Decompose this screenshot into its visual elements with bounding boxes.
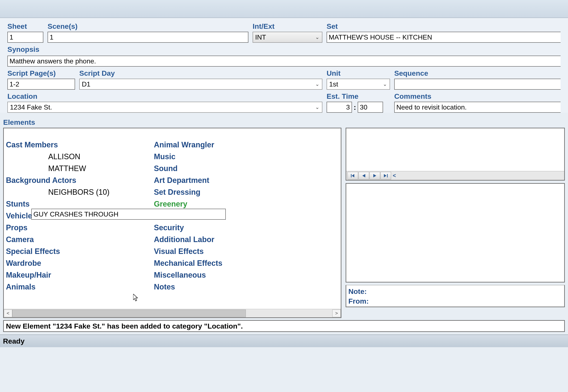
chevron-down-icon: ⌄ [315,34,319,40]
status-message: New Element "1234 Fake St." has been add… [3,320,565,332]
category-header[interactable]: Additional Labor [154,234,304,245]
script-pages-input[interactable] [7,79,75,90]
category-header[interactable]: Security [154,222,304,234]
est-time-label: Est. Time [327,92,390,100]
set-input[interactable] [327,32,561,43]
category-header[interactable]: Special Effects [6,245,152,257]
comments-input[interactable] [394,102,561,113]
category-header[interactable]: Stunts [6,198,152,210]
scroll-track[interactable] [12,309,332,317]
elements-panel: Cast MembersALLISONMATTHEWBackground Act… [3,128,341,318]
svg-marker-2 [362,174,365,177]
media-extra-label: < [393,172,396,179]
media-preview-panel: < [346,128,565,181]
location-value: 1234 Fake St. [10,103,52,111]
scenes-input[interactable] [48,32,248,43]
elements-label: Elements [0,117,568,128]
category-column-2: Animal WranglerMusicSoundArt DepartmentS… [152,139,304,309]
play-forward-icon[interactable] [370,172,380,180]
chevron-down-icon: ⌄ [383,81,387,87]
category-column-1: Cast MembersALLISONMATTHEWBackground Act… [4,139,152,309]
location-label: Location [7,92,322,100]
category-header[interactable]: Cast Members [6,139,152,151]
category-header[interactable]: Props [6,222,152,234]
element-item[interactable]: MATTHEW [6,163,152,174]
media-control-bar: < [346,171,564,180]
category-header[interactable]: Wardrobe [6,257,152,269]
category-header[interactable]: Art Department [154,174,304,186]
category-header[interactable]: Music [154,151,304,163]
synopsis-label: Synopsis [7,45,561,54]
intext-label: Int/Ext [253,22,322,30]
element-edit-input[interactable] [31,209,226,220]
sequence-label: Sequence [394,69,561,77]
svg-marker-4 [384,174,387,177]
svg-rect-5 [387,174,388,177]
script-day-label: Script Day [79,69,322,77]
elements-hscrollbar[interactable]: < > [4,309,341,317]
sheet-input[interactable] [7,32,43,43]
sequence-input[interactable] [394,79,561,90]
comments-label: Comments [394,92,561,100]
unit-value: 1st [329,80,338,88]
note-panel: Note: From: [346,285,565,307]
sheet-label: Sheet [7,22,43,30]
set-label: Set [327,22,561,30]
category-header[interactable]: Set Dressing [154,186,304,198]
category-header[interactable]: Visual Effects [154,245,304,257]
status-bar: Ready [0,335,568,347]
element-item[interactable]: NEIGHBORS (10) [6,186,152,198]
chevron-down-icon: ⌄ [315,81,319,87]
location-select[interactable]: 1234 Fake St. ⌄ [7,102,322,113]
scroll-left-icon[interactable]: < [4,309,12,317]
synopsis-input[interactable] [7,56,561,67]
category-header[interactable]: Sound [154,163,304,174]
script-pages-label: Script Page(s) [7,69,75,77]
category-header[interactable]: Makeup/Hair [6,269,152,281]
svg-rect-0 [351,174,352,177]
script-day-select[interactable]: D1 ⌄ [79,79,322,90]
category-header[interactable]: Greenery [154,198,304,210]
category-header[interactable]: Camera [6,234,152,245]
est-time-mins[interactable] [358,102,383,113]
svg-marker-1 [352,174,354,177]
unit-label: Unit [327,69,390,77]
skip-back-icon[interactable] [347,172,358,180]
category-header[interactable]: Animals [6,281,152,293]
category-header[interactable]: Miscellaneous [154,269,304,281]
category-header[interactable]: Background Actors [6,174,152,186]
script-day-value: D1 [82,80,90,88]
breakdown-form: Sheet Scene(s) Int/Ext INT ⌄ Set Synopsi… [0,18,568,113]
toolbar-strip [0,0,568,18]
scroll-thumb[interactable] [12,309,246,317]
detail-panel [346,183,565,282]
category-header[interactable]: Mechanical Effects [154,257,304,269]
est-time-sep: : [354,103,356,112]
note-label: Note: [348,286,562,296]
category-header[interactable]: Animal Wrangler [154,139,304,151]
category-header[interactable]: Notes [154,281,304,293]
svg-marker-3 [373,174,376,177]
est-time-hours[interactable] [327,102,352,113]
skip-forward-icon[interactable] [380,172,391,180]
unit-select[interactable]: 1st ⌄ [327,79,390,90]
chevron-down-icon: ⌄ [315,104,319,110]
scenes-label: Scene(s) [48,22,248,30]
intext-select[interactable]: INT ⌄ [253,32,322,43]
element-item[interactable]: ALLISON [6,151,152,163]
from-label: From: [348,296,562,306]
play-back-icon[interactable] [359,172,369,180]
scroll-right-icon[interactable]: > [332,309,341,317]
intext-value: INT [255,33,266,41]
